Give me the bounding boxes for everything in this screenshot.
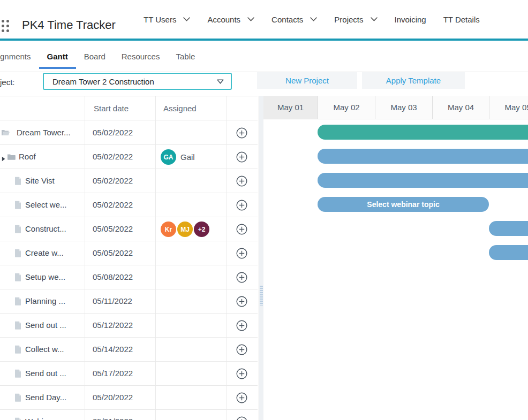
- nav-item-projects[interactable]: Projects: [334, 15, 377, 24]
- add-task-button[interactable]: [236, 151, 247, 163]
- file-icon-wrap: [14, 177, 21, 187]
- avatar: Kr: [161, 222, 176, 237]
- nav-item-tt-users[interactable]: TT Users: [144, 15, 190, 24]
- folder-icon-wrap: [7, 152, 16, 162]
- gantt-bar[interactable]: [318, 149, 528, 164]
- tab-label: Resources: [122, 52, 160, 61]
- add-task-button[interactable]: [236, 200, 247, 211]
- task-row: Planning ...05/11/2022: [0, 289, 258, 314]
- timeline-date-cell: May 05: [489, 96, 528, 119]
- column-header-assigned: Assigned: [163, 104, 197, 113]
- task-row: Construct...05/05/2022KrMJ+2: [0, 217, 258, 241]
- task-name[interactable]: Setup we...: [25, 272, 65, 281]
- chevron-down-icon: [310, 17, 317, 21]
- task-start-date: 05/14/2022: [93, 345, 133, 354]
- add-task-button[interactable]: [236, 416, 247, 420]
- task-name[interactable]: Send Day...: [25, 393, 66, 402]
- add-task-button[interactable]: [236, 392, 247, 403]
- task-row: Setup we...05/08/2022: [0, 265, 258, 289]
- row-expander[interactable]: [2, 154, 5, 159]
- add-icon: [236, 151, 247, 163]
- tab-resources[interactable]: Resources: [114, 41, 168, 72]
- task-start-date: 05/17/2022: [93, 369, 133, 378]
- file-icon-wrap: [14, 417, 21, 420]
- add-task-button[interactable]: [236, 175, 247, 187]
- file-icon-wrap: [14, 321, 21, 332]
- tab-gnments[interactable]: gnments: [0, 41, 39, 72]
- task-start-date: 05/11/2022: [93, 296, 132, 306]
- view-tabbar: gnmentsGanttBoardResourcesTable: [0, 41, 528, 72]
- gantt-bar[interactable]: [489, 245, 528, 260]
- tab-label: Table: [176, 52, 195, 61]
- file-icon: [14, 345, 21, 354]
- project-label: ject:: [0, 78, 15, 87]
- add-task-button[interactable]: [236, 368, 247, 379]
- tab-gantt[interactable]: Gantt: [39, 41, 76, 72]
- file-icon: [14, 249, 21, 257]
- file-icon: [14, 321, 21, 330]
- panel-splitter[interactable]: [259, 96, 263, 420]
- tab-table[interactable]: Table: [168, 41, 203, 72]
- nav-item-contacts[interactable]: Contacts: [271, 15, 317, 24]
- task-name[interactable]: Construct...: [25, 224, 66, 233]
- task-name[interactable]: Roof: [19, 152, 36, 161]
- apply-template-button[interactable]: Apply Template: [362, 72, 465, 89]
- nav-item-tt-details[interactable]: TT Details: [443, 15, 480, 24]
- task-row: Create w...05/05/2022: [0, 241, 258, 265]
- add-icon: [236, 392, 247, 403]
- gantt-bar[interactable]: [489, 221, 528, 236]
- gantt-bar[interactable]: [318, 173, 528, 188]
- task-name[interactable]: Select we...: [25, 200, 67, 209]
- task-name[interactable]: Site Vist: [25, 176, 55, 185]
- chevron-down-icon: [183, 17, 190, 21]
- nav-item-invoicing[interactable]: Invoicing: [395, 15, 426, 24]
- timeline-header: May 01May 02May 03May 04May 05: [263, 96, 528, 119]
- add-task-button[interactable]: [236, 344, 247, 355]
- task-name[interactable]: Create w...: [25, 248, 64, 257]
- add-task-button[interactable]: [236, 224, 247, 235]
- tab-board[interactable]: Board: [76, 41, 114, 72]
- file-icon: [14, 177, 21, 185]
- folder-open-icon-wrap: [1, 128, 10, 138]
- tab-label: gnments: [0, 52, 31, 61]
- task-start-date: 05/08/2022: [93, 272, 133, 281]
- task-name[interactable]: Send out ...: [25, 320, 66, 330]
- assignee-name: Gail: [180, 152, 195, 162]
- task-name[interactable]: Collect w...: [25, 345, 64, 354]
- task-row: Send out ...05/17/2022: [0, 362, 258, 386]
- avatar: +2: [194, 222, 209, 237]
- add-task-button[interactable]: [236, 248, 247, 259]
- task-name[interactable]: Webinar: [25, 417, 55, 420]
- add-task-button[interactable]: [236, 320, 247, 331]
- add-task-button[interactable]: [236, 272, 247, 283]
- app-launcher-icon[interactable]: [0, 20, 9, 32]
- add-task-button[interactable]: [236, 296, 247, 307]
- assignee-avatars: GAGail: [161, 149, 195, 165]
- task-start-date: 05/02/2022: [93, 200, 133, 209]
- timeline-date-cell: May 03: [375, 96, 432, 119]
- add-task-button[interactable]: [236, 127, 247, 139]
- column-header-start-date: Start date: [94, 104, 129, 113]
- chevron-down-icon: [247, 17, 254, 21]
- task-name[interactable]: Send out ...: [25, 369, 66, 378]
- gantt-view: Start date Assigned Dream Tower...05/02/…: [0, 96, 528, 420]
- avatar: GA: [161, 149, 176, 165]
- task-name[interactable]: Dream Tower...: [17, 128, 71, 137]
- nav-item-accounts[interactable]: Accounts: [207, 15, 254, 24]
- splitter-grip-icon: [260, 286, 263, 306]
- project-select[interactable]: Dream Tower 2 Construction: [43, 73, 232, 90]
- gantt-bar[interactable]: [318, 125, 528, 140]
- timeline-date-label: May 05: [504, 103, 528, 112]
- nav-item-label: Projects: [334, 15, 363, 24]
- task-row: Site Vist05/02/2022: [0, 169, 258, 193]
- top-bar: PK4 Time Tracker TT UsersAccountsContact…: [0, 0, 528, 39]
- file-icon-wrap: [14, 249, 21, 259]
- task-row: Select we...05/02/2022: [0, 193, 258, 217]
- new-project-button[interactable]: New Project: [257, 72, 357, 89]
- task-start-date: 05/02/2022: [93, 152, 133, 161]
- task-name[interactable]: Planning ...: [25, 296, 65, 306]
- file-icon: [14, 225, 21, 233]
- task-row: Webinar05/21/2022: [0, 410, 258, 420]
- file-icon: [14, 297, 21, 306]
- gantt-bar-labeled[interactable]: Select webinar topic: [318, 197, 489, 212]
